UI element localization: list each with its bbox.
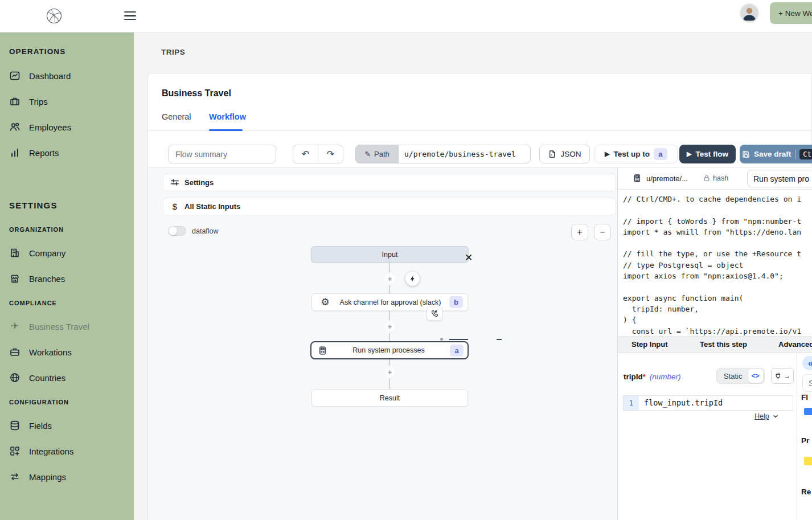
- redo-button[interactable]: ↷: [318, 145, 343, 163]
- users-icon: [9, 121, 20, 133]
- static-mode-option[interactable]: Static: [718, 372, 748, 380]
- briefcase-icon: [9, 96, 20, 107]
- sidebar-item-label: Workations: [29, 347, 72, 357]
- save-draft-button[interactable]: Save draft Ctrl: [740, 145, 812, 163]
- sidebar-item-countries[interactable]: Countries: [9, 371, 65, 384]
- brand-logo-icon: [44, 6, 64, 26]
- tab-advanced[interactable]: Advanced: [778, 340, 812, 349]
- help-link[interactable]: Help: [754, 412, 769, 420]
- flow-node-input[interactable]: Input: [311, 246, 469, 263]
- blocks-icon: [9, 445, 20, 457]
- redo-icon: ↷: [327, 149, 334, 159]
- sidebar-heading-compliance: COMPLIANCE: [9, 300, 57, 306]
- expression-editor[interactable]: 1 flow_input.tripId: [623, 395, 793, 411]
- previous-result-chip[interactable]: [804, 457, 812, 465]
- flow-node-result[interactable]: Result: [311, 389, 468, 407]
- sidebar-item-business-travel[interactable]: ✈ Business Travel: [9, 320, 89, 333]
- sidebar-item-reports[interactable]: Reports: [9, 146, 59, 159]
- add-step-button[interactable]: +: [385, 274, 395, 284]
- flow-node-approval[interactable]: ⚙ Ask channel for approval (slack) b: [311, 293, 468, 311]
- sidebar-item-workations[interactable]: Workations: [9, 345, 72, 359]
- suspend-phone-icon[interactable]: [426, 306, 442, 321]
- swap-arrows-icon: [9, 471, 20, 482]
- variable-search-input[interactable]: S: [802, 374, 812, 392]
- path-input[interactable]: [399, 145, 531, 163]
- sidebar-item-dashboard[interactable]: Dashboard: [9, 69, 71, 83]
- sidebar-item-label: Reports: [29, 148, 59, 158]
- flow-canvas[interactable]: Settings $ All Static Inputs dataflow + …: [148, 167, 617, 520]
- node-label: Ask channel for approval (slack): [331, 298, 449, 306]
- json-label: JSON: [560, 150, 581, 158]
- dataflow-toggle[interactable]: [168, 226, 186, 236]
- divider: [797, 353, 797, 520]
- sidebar-item-fields[interactable]: Fields: [9, 419, 52, 432]
- tab-general[interactable]: General: [162, 112, 191, 121]
- zoom-in-button[interactable]: +: [571, 224, 588, 240]
- json-button[interactable]: JSON: [539, 145, 590, 163]
- add-step-button[interactable]: +: [385, 322, 395, 331]
- menu-toggle-icon[interactable]: [124, 10, 136, 22]
- sidebar-heading-operations: OPERATIONS: [9, 47, 65, 56]
- sidebar-item-company[interactable]: Company: [9, 246, 65, 260]
- collapse-panel-button[interactable]: «: [802, 356, 812, 370]
- node-label: Input: [311, 251, 468, 259]
- help-row[interactable]: Help: [754, 412, 779, 420]
- sidebar-item-label: Employees: [29, 122, 71, 132]
- dollar-icon: $: [170, 202, 179, 211]
- close-icon[interactable]: ✕: [465, 253, 473, 263]
- code-editor[interactable]: // Ctrl/CMD+. to cache dependencies on i…: [623, 194, 801, 337]
- undo-button[interactable]: ↶: [293, 145, 318, 163]
- undo-redo-group: ↶ ↷: [293, 145, 343, 163]
- sidebar-item-label: Countries: [29, 373, 65, 383]
- arg-tripid-row: tripId* (number): [624, 372, 681, 381]
- hash-wrap[interactable]: hash: [703, 174, 728, 182]
- selection-handle: [440, 338, 443, 341]
- static-inputs-row[interactable]: $ All Static Inputs: [163, 198, 616, 215]
- sidebar-item-mappings[interactable]: Mappings: [9, 470, 66, 484]
- sidebar-item-trips[interactable]: Trips: [9, 95, 48, 108]
- sidebar-item-label: Integrations: [29, 447, 73, 456]
- node-badge: b: [449, 296, 463, 308]
- lock-icon: [703, 174, 711, 182]
- run-step-input[interactable]: [747, 170, 812, 187]
- add-step-button[interactable]: +: [385, 367, 395, 377]
- plug-icon: [774, 372, 782, 380]
- user-avatar[interactable]: [740, 3, 759, 23]
- tab-test-this-step[interactable]: Test this step: [700, 340, 747, 349]
- keyboard-shortcut: Ctrl: [799, 149, 812, 159]
- script-path-label[interactable]: u/premote/...: [646, 174, 688, 183]
- topbar: + New Wor: [0, 0, 812, 32]
- flow-summary-input[interactable]: [168, 145, 276, 163]
- new-workflow-button[interactable]: + New Wor: [770, 2, 812, 24]
- sidebar-item-branches[interactable]: Branches: [9, 272, 65, 285]
- flow-node-run-selected[interactable]: Run system processes a: [310, 341, 469, 359]
- tab-workflow[interactable]: Workflow: [209, 112, 246, 121]
- connect-input-button[interactable]: →: [771, 368, 794, 384]
- test-flow-button[interactable]: ▶ Test flow: [679, 145, 736, 163]
- tab-step-input[interactable]: Step Input: [631, 340, 668, 349]
- flow-settings-row[interactable]: Settings: [163, 174, 616, 191]
- flow-input-chip[interactable]: [804, 408, 812, 415]
- arg-type: (number): [650, 372, 681, 381]
- test-up-to-button[interactable]: ▶ Test up to a: [594, 145, 678, 163]
- sidebar-item-integrations[interactable]: Integrations: [9, 444, 73, 458]
- sidebar-item-label: Mappings: [29, 472, 66, 482]
- play-icon: ▶: [687, 150, 691, 158]
- zoom-out-button[interactable]: −: [594, 224, 611, 240]
- path-edit-button[interactable]: ✎ Path: [355, 145, 399, 163]
- strip-label-previous: Pr: [801, 436, 809, 445]
- building-icon: [9, 247, 20, 259]
- trigger-bolt-icon[interactable]: [405, 272, 420, 286]
- sidebar-item-label: Dashboard: [29, 71, 71, 81]
- arg-mode-toggle[interactable]: Static <>: [716, 368, 765, 384]
- code-mode-option[interactable]: <>: [748, 369, 763, 383]
- device-icon: [318, 346, 327, 355]
- step-inspector-panel: u/premote/... hash // Ctrl/CMD+. to cach…: [617, 167, 812, 520]
- expression-value[interactable]: flow_input.tripId: [639, 396, 723, 410]
- airplane-icon: ✈: [9, 321, 20, 332]
- sidebar-item-employees[interactable]: Employees: [9, 120, 71, 134]
- path-group: ✎ Path: [355, 145, 531, 163]
- device-icon: [633, 174, 642, 183]
- hash-label: hash: [713, 174, 728, 182]
- required-asterisk: *: [643, 372, 646, 381]
